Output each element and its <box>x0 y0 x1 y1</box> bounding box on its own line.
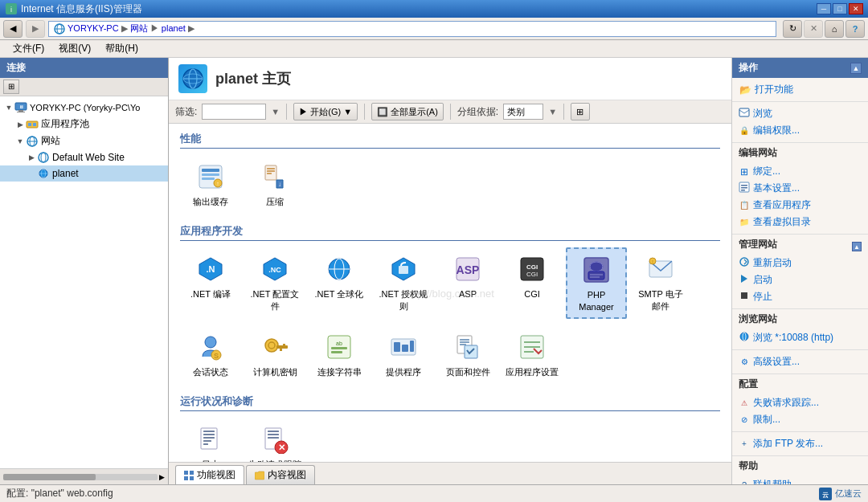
filter-label: 筛选: <box>175 105 197 119</box>
sidebar-scroll-right[interactable]: ▶ <box>159 473 165 481</box>
sidebar-item-planet[interactable]: planet <box>0 165 168 182</box>
tab-content-view[interactable]: 内容视图 <box>246 465 315 484</box>
item-smtp[interactable]: ! SMTP 电子邮件 <box>630 247 691 319</box>
sidebar-item-apppool[interactable]: ▶ 应用程序池 <box>0 116 168 133</box>
menu-bar: 文件(F) 视图(V) 帮助(H) <box>0 40 868 58</box>
minimize-button[interactable]: ─ <box>817 3 831 14</box>
start-button[interactable]: ▶ 开始(G) ▼ <box>293 103 358 120</box>
forward-button[interactable]: ▶ <box>26 20 45 38</box>
item-cgi[interactable]: CGI CGI CGI <box>502 247 563 319</box>
tab-func-view[interactable]: 功能视图 <box>175 465 244 484</box>
failedtrace-icon: ⚠ <box>739 399 750 407</box>
item-conn-string[interactable]: ab 连接字符串 <box>309 325 370 383</box>
restart-link[interactable]: 重新启动 <box>739 255 862 271</box>
item-output-cache[interactable]: ↑ 输出缓存 <box>180 155 241 213</box>
svg-text:ASP: ASP <box>457 263 480 276</box>
svg-rect-73 <box>460 339 469 341</box>
content-body: http://blog.csdn.net 性能 ↑ <box>169 124 731 462</box>
help-button[interactable]: ? <box>845 20 865 38</box>
svg-marker-103 <box>741 275 747 283</box>
sidebar-item-default-site[interactable]: ▶ Default Web Site <box>0 149 168 165</box>
address-bar: ◀ ▶ YORYKY-PC ▶ 网站 ▶ planet ▶ ↻ ✕ ⌂ ? <box>0 18 868 40</box>
filter-dropdown[interactable]: ▼ <box>271 107 280 116</box>
sidebar-scroll-thumb <box>3 474 96 480</box>
section-appdev: 应用程序开发 <box>180 224 720 241</box>
sidebar-item-sites[interactable]: ▼ 网站 <box>0 133 168 149</box>
item-compress[interactable]: ↓ 压缩 <box>244 155 305 213</box>
item-asp[interactable]: ASP ASP <box>437 247 498 319</box>
open-icon: 📂 <box>739 84 751 96</box>
perf-grid: ↑ 输出缓存 ↓ <box>180 155 720 213</box>
advanced-icon: ⚙ <box>739 357 750 366</box>
item-logging[interactable]: 日志 <box>180 418 241 462</box>
sidebar-item-yoryky[interactable]: ▼ 🖥 YORYKY-PC (Yoryky-PC\Yo <box>0 100 168 116</box>
edit-perms-link[interactable]: 🔒 编辑权限... <box>739 122 862 139</box>
sidebar-scroll-track[interactable] <box>3 474 158 480</box>
item-dotnet-config[interactable]: .NC .NET 配置文件 <box>244 247 305 319</box>
browse-port-link[interactable]: 浏览 *:10088 (http) <box>739 329 862 346</box>
view-button[interactable]: ⊞ <box>571 103 590 120</box>
stop-button[interactable]: ✕ <box>804 20 823 38</box>
limit-link[interactable]: ⊘ 限制... <box>739 411 862 428</box>
basic-settings-link[interactable]: 基本设置... <box>739 180 862 197</box>
svg-point-59 <box>265 339 278 352</box>
stop-link[interactable]: 停止 <box>739 288 862 305</box>
svg-rect-33 <box>267 173 272 174</box>
sep-4 <box>563 104 564 120</box>
computer-icon: 🖥 <box>14 101 27 114</box>
menu-view[interactable]: 视图(V) <box>52 40 97 57</box>
panel-collapse-btn[interactable]: ▲ <box>850 63 862 74</box>
svg-rect-63 <box>280 349 282 351</box>
item-app-settings[interactable]: 应用程序设置 <box>502 325 563 383</box>
failedreq-icon: ✕ <box>260 425 289 454</box>
svg-rect-74 <box>460 341 469 343</box>
item-dotnet-compile[interactable]: .N .NET 编译 <box>180 247 241 319</box>
filter-input[interactable] <box>202 104 266 120</box>
svg-rect-67 <box>331 351 342 353</box>
svg-rect-96 <box>190 476 194 480</box>
group-dropdown[interactable]: ▼ <box>548 107 557 116</box>
section-runtime: 运行状况和诊断 <box>180 394 720 411</box>
sidebar-tree[interactable]: ▼ 🖥 YORYKY-PC (Yoryky-PC\Yo ▶ 应用程序池 ▼ 网站 <box>0 96 168 468</box>
menu-help[interactable]: 帮助(H) <box>99 40 145 57</box>
help-link[interactable]: ? 联机帮助 <box>739 476 862 484</box>
failed-trace-link[interactable]: ⚠ 失败请求跟踪... <box>739 394 862 411</box>
maximize-button[interactable]: □ <box>833 3 847 14</box>
refresh-button[interactable]: ↻ <box>783 20 802 38</box>
item-dotnet-auth[interactable]: .NET 授权规则 <box>373 247 434 319</box>
menu-file[interactable]: 文件(F) <box>6 40 51 57</box>
right-panel: 操作 ▲ 📂 打开功能 浏览 🔒 编辑权限... 编辑网站 <box>731 58 868 484</box>
bind-link[interactable]: ⊞ 绑定... <box>739 163 862 180</box>
svg-rect-99 <box>741 185 747 186</box>
add-ftp-link[interactable]: + 添加 FTP 发布... <box>739 435 862 452</box>
group-input[interactable] <box>503 104 543 120</box>
view-apps-link[interactable]: 📋 查看应用程序 <box>739 197 862 214</box>
sidebar-toolbar-btn[interactable]: ⊞ <box>3 80 19 94</box>
close-button[interactable]: ✕ <box>849 3 863 14</box>
svg-rect-26 <box>202 173 219 176</box>
item-failed-req[interactable]: ✕ 失败请求跟踪规则 <box>244 418 305 462</box>
managesite-collapse-btn[interactable]: ▲ <box>852 242 862 251</box>
browse2-icon <box>739 331 750 345</box>
nav-button-3[interactable]: ⌂ <box>825 20 844 38</box>
item-pages-controls[interactable]: 页面和控件 <box>437 325 498 383</box>
item-providers[interactable]: 提供程序 <box>373 325 434 383</box>
view-vdirs-link[interactable]: 📁 查看虚拟目录 <box>739 214 862 231</box>
pages-icon <box>453 333 482 361</box>
panel-header: 操作 ▲ <box>732 58 868 78</box>
panel-section-open: 📂 打开功能 <box>732 78 868 102</box>
showall-button[interactable]: 🔲 全部显示(A) <box>371 103 444 120</box>
address-input[interactable]: YORYKY-PC ▶ 网站 ▶ planet ▶ <box>48 21 776 37</box>
item-machine-key[interactable]: 计算机密钥 <box>244 325 305 383</box>
open-feature-link[interactable]: 📂 打开功能 <box>739 81 862 98</box>
back-button[interactable]: ◀ <box>3 20 23 38</box>
dotnet-config-icon: .NC <box>260 255 289 284</box>
browse-link[interactable]: 浏览 <box>739 105 862 122</box>
item-php-manager[interactable]: PHPManager <box>566 247 627 319</box>
managesite-title: 管理网站 <box>739 238 777 251</box>
advanced-settings-link[interactable]: ⚙ 高级设置... <box>739 353 862 370</box>
item-session[interactable]: S 会话状态 <box>180 325 241 383</box>
sidebar: 连接 ⊞ ▼ 🖥 YORYKY-PC (Yoryky-PC\Yo ▶ 应用程序池… <box>0 58 169 484</box>
start-link[interactable]: 启动 <box>739 271 862 288</box>
item-dotnet-global[interactable]: .NET 全球化 <box>309 247 370 319</box>
